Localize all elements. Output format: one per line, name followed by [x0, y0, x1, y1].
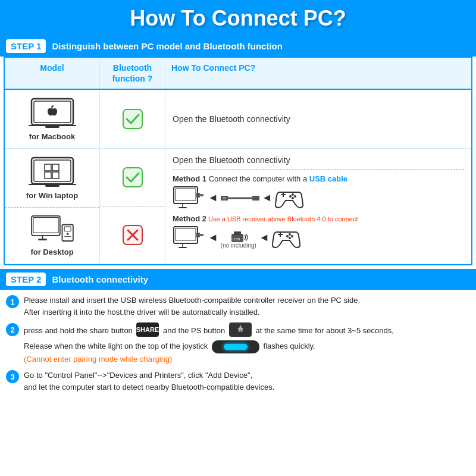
- monitor-diagram-2: [173, 226, 205, 249]
- share-btn-icon: SHARE: [136, 322, 159, 337]
- checkmark-icon-winlaptop: [122, 167, 143, 188]
- svg-text:SHARE: SHARE: [136, 326, 159, 333]
- col-header-bt: Bluetooth function ?: [100, 58, 165, 89]
- method2-row: Method 2 Use a USB receiver above Blueto…: [173, 213, 464, 249]
- svg-point-19: [66, 233, 68, 235]
- step2-text-3: Go to "Control Panel"-->"Devices and Pri…: [24, 369, 274, 393]
- cell-bt-desktop: [100, 206, 165, 264]
- svg-text:⌂: ⌂: [238, 325, 242, 334]
- step1-title: Distinguish between PC model and Bluetoo…: [52, 41, 283, 51]
- step2-text-mid: and the PS button: [163, 326, 227, 335]
- col-header-model: Model: [5, 58, 100, 89]
- divider: [173, 169, 464, 170]
- combined-model-col: for Win laptop for Desktop: [5, 149, 100, 264]
- step2-item-3: 3 Go to "Control Panel"-->"Devices and P…: [6, 369, 470, 393]
- svg-rect-34: [223, 197, 226, 199]
- col-model-label: Model: [40, 63, 64, 73]
- cell-bt-macbook: [100, 90, 165, 148]
- page-title: How To Connect PC?: [0, 6, 476, 31]
- cell-model-macbook: for Macbook: [5, 90, 100, 148]
- step2-text-end: flashes quickly.: [264, 342, 315, 350]
- col-how-label: How To Connect PC?: [171, 63, 255, 73]
- macbook-instruction: Open the Bluetooth connectivity: [173, 114, 464, 124]
- cell-how-macbook: Open the Bluetooth connectivity: [165, 90, 471, 148]
- step2-label: STEP 2: [6, 273, 46, 286]
- cell-bt-winlaptop: [100, 149, 165, 206]
- step2-text-2: press and hold the share button SHARE an…: [24, 322, 394, 365]
- svg-rect-10: [52, 172, 59, 178]
- cell-model-desktop: for Desktop: [5, 208, 99, 264]
- svg-rect-7: [45, 164, 51, 171]
- no-including-label: (no including): [221, 242, 256, 249]
- svg-rect-42: [176, 228, 196, 240]
- svg-rect-36: [283, 192, 284, 197]
- svg-point-52: [289, 233, 291, 236]
- combined-bt-col: [100, 149, 165, 264]
- step2-num-2: 2: [6, 323, 19, 336]
- winlaptop-icon: [29, 156, 76, 189]
- method1-row: Method 1 Connect the computer with a USB…: [173, 173, 464, 209]
- table-header-row: Model Bluetooth function ? How To Connec…: [5, 58, 471, 90]
- svg-rect-12: [45, 184, 60, 187]
- page-header: How To Connect PC?: [0, 0, 476, 36]
- step2-item-2: 2 press and hold the share button SHARE …: [6, 322, 470, 365]
- desktop-icon: [26, 215, 79, 248]
- svg-rect-3: [45, 126, 60, 128]
- cross-icon-desktop: [122, 224, 143, 246]
- table-row-combined: for Win laptop for Desktop: [5, 149, 471, 264]
- svg-point-39: [289, 195, 292, 198]
- desktop-label: for Desktop: [30, 248, 73, 256]
- step2-text-before: press and hold the share button: [24, 326, 134, 335]
- macbook-icon: [29, 97, 76, 130]
- macbook-label: for Macbook: [29, 132, 75, 141]
- svg-rect-16: [38, 239, 47, 240]
- svg-point-54: [286, 235, 289, 237]
- svg-rect-18: [64, 227, 71, 231]
- method1-diagram: ◄ ◄: [173, 186, 464, 209]
- svg-rect-30: [199, 194, 203, 196]
- winlaptop-bt-instruction: Open the Bluetooth connectivity: [173, 155, 290, 165]
- arrow2: ◄: [262, 192, 273, 204]
- controller-diagram-1: [275, 186, 303, 209]
- col-header-how: How To Connect PC?: [165, 58, 471, 89]
- method2-label: Method 2 Use a USB receiver above Blueto…: [173, 214, 358, 223]
- svg-rect-28: [178, 207, 187, 208]
- step2-banner: STEP 2 Bluetooth connectivity: [0, 269, 476, 290]
- controller-diagram-2: [272, 226, 300, 249]
- checkmark-icon-macbook: [122, 108, 143, 130]
- step2-content: 1 Please install and insert the USB wire…: [0, 290, 476, 402]
- step1-banner: STEP 1 Distinguish between PC model and …: [0, 36, 476, 57]
- svg-rect-14: [33, 218, 58, 233]
- share-button-inline: SHARE: [136, 322, 159, 340]
- arrow4: ◄: [259, 231, 270, 244]
- ps-button-inline: ⌂: [229, 322, 252, 340]
- step2-num-1: 1: [6, 295, 19, 308]
- svg-rect-48: [234, 231, 241, 235]
- joystick-top-inline: [212, 340, 259, 353]
- method2-diagram: ◄ USB (no including): [173, 226, 464, 249]
- usb-cable-icon: [221, 192, 259, 203]
- svg-rect-8: [52, 164, 59, 171]
- svg-rect-41: [174, 227, 198, 243]
- svg-point-38: [294, 195, 296, 198]
- cell-model-winlaptop: for Win laptop: [5, 149, 99, 208]
- svg-point-55: [289, 237, 291, 239]
- step1-label: STEP 1: [6, 39, 46, 53]
- connection-table: Model Bluetooth function ? How To Connec…: [4, 57, 472, 265]
- svg-rect-25: [174, 187, 198, 203]
- step2-warning: (Cannot enter pairing mode while chargin…: [24, 355, 172, 364]
- svg-rect-44: [178, 247, 187, 248]
- step2-title: Bluetooth connectivity: [52, 274, 148, 284]
- svg-rect-51: [280, 232, 281, 237]
- svg-rect-46: [199, 234, 203, 236]
- step2-item-1: 1 Please install and insert the USB wire…: [6, 295, 470, 318]
- svg-rect-33: [252, 196, 259, 201]
- winlaptop-label: for Win laptop: [26, 191, 78, 200]
- monitor-diagram-1: [173, 186, 205, 209]
- cell-how-combined: Open the Bluetooth connectivity Method 1…: [165, 149, 471, 264]
- ps-btn-icon: ⌂: [229, 322, 252, 337]
- arrow1: ◄: [208, 192, 218, 204]
- svg-rect-26: [176, 189, 196, 201]
- svg-point-53: [291, 235, 293, 237]
- svg-point-40: [292, 197, 294, 199]
